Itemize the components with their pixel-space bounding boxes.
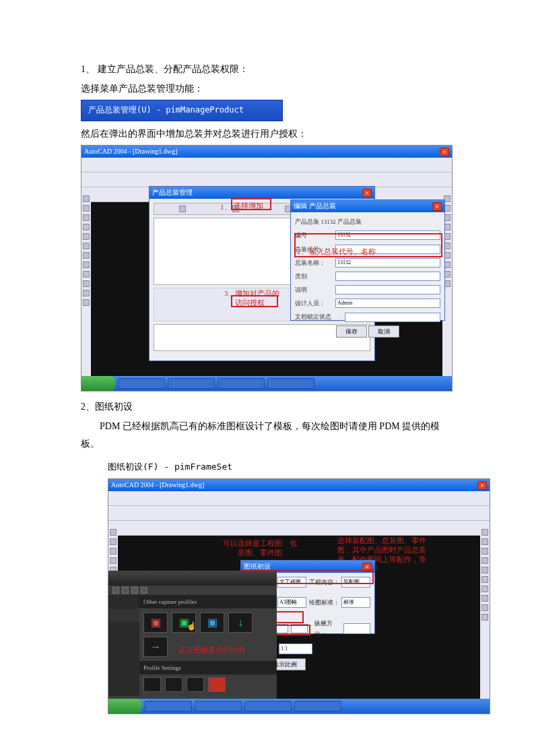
engineer-input[interactable]: Admin <box>335 298 440 308</box>
content-label: 工程内容： <box>309 577 340 588</box>
frame-select[interactable]: A3图幅 <box>277 597 306 608</box>
menu-product-manage-label: 产品总装管理(U) - pimManageProduct <box>88 105 244 115</box>
section1-heading: 1、 建立产品总装、分配产品总装权限： <box>81 61 453 77</box>
left-note-l2: 装图、零件图 <box>238 546 282 560</box>
setting-thumb[interactable] <box>143 677 161 692</box>
arrow-icon: → <box>144 637 167 656</box>
setting-thumb[interactable] <box>187 677 204 692</box>
menu-product-manage[interactable]: 产品总装管理(U) - pimManageProduct <box>81 100 283 121</box>
close-icon[interactable]: × <box>440 148 449 156</box>
profile-thumb[interactable]: → <box>143 637 168 657</box>
save-button[interactable]: 保存 <box>336 325 367 338</box>
code-input[interactable] <box>335 245 440 254</box>
profile-thumb[interactable]: ▣☝ <box>172 612 196 633</box>
id-label: 编号 <box>295 230 333 241</box>
drawing-type-select[interactable]: 文工程图 <box>277 577 306 588</box>
autocad-title-text2: AutoCAD 2004 - [Drawing1.dwg] <box>111 479 204 491</box>
lock-label: 文档锁定状态 <box>295 311 342 322</box>
capture-button[interactable] <box>208 677 226 692</box>
class-label: 类别 <box>295 271 333 282</box>
id-input[interactable]: 13132 <box>335 230 440 240</box>
task-item[interactable] <box>244 701 292 712</box>
win-taskbar <box>81 376 452 391</box>
toolbar-icon[interactable] <box>179 206 186 212</box>
task-item[interactable] <box>145 701 192 712</box>
task-item[interactable] <box>218 378 265 389</box>
snag-settings-label: Profile Settings <box>139 661 277 674</box>
ext-input-2[interactable] <box>291 624 307 633</box>
style-label: 绘图标准： <box>309 597 340 608</box>
product-edit-titlebar: 编辑 产品总装 × <box>291 200 444 212</box>
snag-profiles-label: Other capture profiles <box>139 595 277 608</box>
task-item[interactable] <box>294 701 341 712</box>
section1-line: 选择菜单产品总装管理功能： <box>81 80 453 97</box>
left-icon-strip <box>81 193 91 376</box>
snagit-quick-icons <box>108 586 277 595</box>
cancel-button[interactable]: 取消 <box>368 325 399 338</box>
lock-input[interactable] <box>345 313 440 322</box>
vert-label: 纵横方位： <box>314 618 341 639</box>
start-button[interactable] <box>108 699 142 714</box>
section2-heading: 2、图纸初设 <box>81 398 453 415</box>
setting-thumb[interactable] <box>165 677 182 692</box>
product-manager-title: 产品总装管理 <box>152 187 193 199</box>
section2-para: PDM 已经根据凯高已有的标准图框设计了模板，每次绘图时请使用 PDM 提供的模… <box>81 418 453 451</box>
product-edit-dialog: 编辑 产品总装 × 产品总装 13132 产品总装 编号 13132 总装代号：… <box>290 199 445 321</box>
edit-subtitle: 产品总装 13132 产品总装 <box>295 216 440 227</box>
scale-select[interactable]: 1:1 <box>279 643 312 654</box>
autocad-titlebar2: AutoCAD 2004 - [Drawing1.dwg] × <box>108 479 490 491</box>
code-label: 总装代号： <box>295 244 333 255</box>
toolbar-icon[interactable] <box>232 206 239 212</box>
task-item[interactable] <box>168 378 215 389</box>
content-select[interactable]: 装配图 <box>341 577 370 588</box>
vert-select[interactable] <box>343 623 370 634</box>
engineer-label: 设计人员： <box>295 298 333 309</box>
profile-thumb[interactable]: ▣ <box>200 612 224 633</box>
task-item[interactable] <box>118 378 165 389</box>
profile-thumb[interactable]: ↓ <box>228 612 253 633</box>
snag-icon[interactable] <box>131 587 138 594</box>
arrow-icon: ▣ <box>201 613 224 632</box>
close-icon[interactable]: × <box>362 563 372 571</box>
autocad-toolbars2 <box>108 491 490 536</box>
right-note-l2: 图，其中产品图时产品总装 <box>337 544 426 557</box>
snag-thumbs: ▣ ▣☝ ▣ ↓ → <box>139 608 277 661</box>
snagit-header <box>108 571 277 586</box>
snag-icon[interactable] <box>122 587 129 594</box>
start-button[interactable] <box>81 376 115 391</box>
right-icon-strip2 <box>480 526 490 699</box>
product-manager-titlebar: 产品总装管理 × <box>149 187 374 199</box>
arrow-icon: ↓ <box>229 613 252 632</box>
product-edit-title: 编辑 产品总装 <box>294 200 336 212</box>
task-item[interactable] <box>195 701 242 712</box>
frame-caption: 图纸初设(F) - pimFrameSet <box>108 459 453 474</box>
autocad-titlebar: AutoCAD 2004 - [Drawing1.dwg] × <box>81 146 452 158</box>
close-icon[interactable]: × <box>477 481 487 490</box>
desc-input[interactable] <box>335 285 440 294</box>
screenshot-1: AutoCAD 2004 - [Drawing1.dwg] × 产品总装管理 × <box>81 145 453 391</box>
style-select[interactable]: 标准 <box>341 597 370 608</box>
close-icon[interactable]: × <box>432 202 442 211</box>
close-icon[interactable]: × <box>362 189 372 197</box>
section1-aftermenu: 然后在弹出的界面中增加总装并对总装进行用户授权： <box>81 125 453 142</box>
right-note-l1: 选择装配图、总装图、零件 <box>337 534 426 548</box>
snag-icon[interactable] <box>112 587 119 594</box>
left-note-l1: 可以选择是工程图、包 <box>223 537 297 550</box>
autocad-title-text: AutoCAD 2004 - [Drawing1.dwg] <box>84 146 177 158</box>
arrow-icon: ▣ <box>144 613 167 632</box>
desc-label: 说明 <box>295 284 333 295</box>
hand-icon: ☝ <box>187 619 197 634</box>
class-input[interactable] <box>335 272 440 281</box>
win-taskbar2 <box>108 699 490 714</box>
name-label: 总装名称： <box>295 257 333 268</box>
profile-thumb[interactable]: ▣ <box>143 612 168 633</box>
snag-icon[interactable] <box>141 587 147 594</box>
screenshot-2: AutoCAD 2004 - [Drawing1.dwg] × 可以选择是工程图… <box>108 478 490 714</box>
task-item[interactable] <box>267 378 314 389</box>
name-input[interactable]: 13132 <box>335 258 440 267</box>
snagit-panel: Other capture profiles ▣ ▣☝ ▣ ↓ → Profil… <box>108 571 277 699</box>
